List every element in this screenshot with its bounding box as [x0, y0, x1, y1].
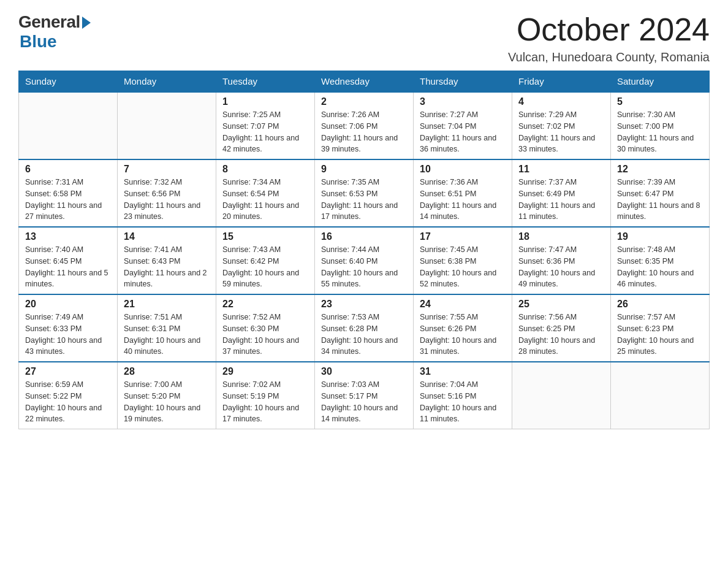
day-info: Sunrise: 7:48 AM Sunset: 6:35 PM Dayligh…	[617, 244, 703, 290]
calendar-cell: 10Sunrise: 7:36 AM Sunset: 6:51 PM Dayli…	[414, 159, 512, 227]
calendar-cell: 21Sunrise: 7:51 AM Sunset: 6:31 PM Dayli…	[118, 294, 216, 362]
logo-arrow-icon	[82, 17, 91, 29]
day-number: 28	[124, 366, 210, 377]
calendar-header-sunday: Sunday	[19, 71, 118, 93]
day-number: 22	[222, 299, 308, 310]
day-number: 15	[222, 231, 308, 242]
calendar-cell: 13Sunrise: 7:40 AM Sunset: 6:45 PM Dayli…	[19, 227, 118, 294]
day-info: Sunrise: 7:02 AM Sunset: 5:19 PM Dayligh…	[222, 379, 308, 425]
day-info: Sunrise: 7:52 AM Sunset: 6:30 PM Dayligh…	[222, 312, 308, 358]
day-number: 30	[321, 366, 407, 377]
calendar-table: SundayMondayTuesdayWednesdayThursdayFrid…	[18, 71, 710, 429]
day-number: 2	[321, 96, 407, 107]
day-info: Sunrise: 6:59 AM Sunset: 5:22 PM Dayligh…	[25, 379, 111, 425]
day-number: 14	[124, 231, 210, 242]
day-info: Sunrise: 7:53 AM Sunset: 6:28 PM Dayligh…	[321, 312, 407, 358]
calendar-header-wednesday: Wednesday	[315, 71, 414, 93]
day-number: 4	[518, 96, 604, 107]
day-number: 25	[518, 299, 604, 310]
day-number: 26	[617, 299, 703, 310]
day-info: Sunrise: 7:39 AM Sunset: 6:47 PM Dayligh…	[617, 177, 703, 223]
day-number: 1	[222, 96, 308, 107]
calendar-header-thursday: Thursday	[414, 71, 512, 93]
day-info: Sunrise: 7:57 AM Sunset: 6:23 PM Dayligh…	[617, 312, 703, 358]
page-header: General Blue October 2024 Vulcan, Hunedo…	[18, 12, 710, 64]
calendar-cell: 28Sunrise: 7:00 AM Sunset: 5:20 PM Dayli…	[118, 362, 216, 429]
calendar-cell: 29Sunrise: 7:02 AM Sunset: 5:19 PM Dayli…	[216, 362, 315, 429]
month-title: October 2024	[508, 12, 710, 47]
day-info: Sunrise: 7:44 AM Sunset: 6:40 PM Dayligh…	[321, 244, 407, 290]
day-info: Sunrise: 7:55 AM Sunset: 6:26 PM Dayligh…	[420, 312, 506, 358]
day-number: 27	[25, 366, 111, 377]
location-text: Vulcan, Hunedoara County, Romania	[508, 50, 710, 64]
day-info: Sunrise: 7:51 AM Sunset: 6:31 PM Dayligh…	[124, 312, 210, 358]
day-number: 6	[25, 164, 111, 175]
calendar-week-5: 27Sunrise: 6:59 AM Sunset: 5:22 PM Dayli…	[19, 362, 710, 429]
day-info: Sunrise: 7:56 AM Sunset: 6:25 PM Dayligh…	[518, 312, 604, 358]
logo-blue-text: Blue	[20, 32, 57, 52]
calendar-cell	[611, 362, 710, 429]
calendar-cell: 19Sunrise: 7:48 AM Sunset: 6:35 PM Dayli…	[611, 227, 710, 294]
calendar-cell: 9Sunrise: 7:35 AM Sunset: 6:53 PM Daylig…	[315, 159, 414, 227]
day-number: 29	[222, 366, 308, 377]
day-number: 21	[124, 299, 210, 310]
calendar-cell: 8Sunrise: 7:34 AM Sunset: 6:54 PM Daylig…	[216, 159, 315, 227]
calendar-cell: 2Sunrise: 7:26 AM Sunset: 7:06 PM Daylig…	[315, 92, 414, 159]
day-info: Sunrise: 7:47 AM Sunset: 6:36 PM Dayligh…	[518, 244, 604, 290]
calendar-cell: 30Sunrise: 7:03 AM Sunset: 5:17 PM Dayli…	[315, 362, 414, 429]
day-info: Sunrise: 7:04 AM Sunset: 5:16 PM Dayligh…	[420, 379, 506, 425]
day-number: 9	[321, 164, 407, 175]
calendar-cell: 1Sunrise: 7:25 AM Sunset: 7:07 PM Daylig…	[216, 92, 315, 159]
calendar-header-monday: Monday	[118, 71, 216, 93]
day-info: Sunrise: 7:00 AM Sunset: 5:20 PM Dayligh…	[124, 379, 210, 425]
calendar-cell: 7Sunrise: 7:32 AM Sunset: 6:56 PM Daylig…	[118, 159, 216, 227]
calendar-week-4: 20Sunrise: 7:49 AM Sunset: 6:33 PM Dayli…	[19, 294, 710, 362]
day-info: Sunrise: 7:29 AM Sunset: 7:02 PM Dayligh…	[518, 109, 604, 155]
day-info: Sunrise: 7:40 AM Sunset: 6:45 PM Dayligh…	[25, 244, 111, 290]
day-number: 20	[25, 299, 111, 310]
day-info: Sunrise: 7:26 AM Sunset: 7:06 PM Dayligh…	[321, 109, 407, 155]
calendar-cell: 31Sunrise: 7:04 AM Sunset: 5:16 PM Dayli…	[414, 362, 512, 429]
calendar-cell: 11Sunrise: 7:37 AM Sunset: 6:49 PM Dayli…	[512, 159, 611, 227]
day-number: 13	[25, 231, 111, 242]
day-info: Sunrise: 7:43 AM Sunset: 6:42 PM Dayligh…	[222, 244, 308, 290]
calendar-cell: 15Sunrise: 7:43 AM Sunset: 6:42 PM Dayli…	[216, 227, 315, 294]
logo: General Blue	[18, 12, 91, 52]
day-number: 16	[321, 231, 407, 242]
calendar-cell: 18Sunrise: 7:47 AM Sunset: 6:36 PM Dayli…	[512, 227, 611, 294]
day-number: 8	[222, 164, 308, 175]
day-info: Sunrise: 7:27 AM Sunset: 7:04 PM Dayligh…	[420, 109, 506, 155]
day-number: 11	[518, 164, 604, 175]
day-number: 5	[617, 96, 703, 107]
calendar-cell: 14Sunrise: 7:41 AM Sunset: 6:43 PM Dayli…	[118, 227, 216, 294]
day-info: Sunrise: 7:35 AM Sunset: 6:53 PM Dayligh…	[321, 177, 407, 223]
title-section: October 2024 Vulcan, Hunedoara County, R…	[508, 12, 710, 64]
calendar-week-2: 6Sunrise: 7:31 AM Sunset: 6:58 PM Daylig…	[19, 159, 710, 227]
day-number: 10	[420, 164, 506, 175]
day-number: 19	[617, 231, 703, 242]
day-info: Sunrise: 7:31 AM Sunset: 6:58 PM Dayligh…	[25, 177, 111, 223]
calendar-cell	[512, 362, 611, 429]
day-info: Sunrise: 7:30 AM Sunset: 7:00 PM Dayligh…	[617, 109, 703, 155]
day-number: 17	[420, 231, 506, 242]
day-info: Sunrise: 7:36 AM Sunset: 6:51 PM Dayligh…	[420, 177, 506, 223]
day-info: Sunrise: 7:37 AM Sunset: 6:49 PM Dayligh…	[518, 177, 604, 223]
calendar-cell: 23Sunrise: 7:53 AM Sunset: 6:28 PM Dayli…	[315, 294, 414, 362]
calendar-cell: 25Sunrise: 7:56 AM Sunset: 6:25 PM Dayli…	[512, 294, 611, 362]
calendar-cell: 16Sunrise: 7:44 AM Sunset: 6:40 PM Dayli…	[315, 227, 414, 294]
day-number: 18	[518, 231, 604, 242]
day-info: Sunrise: 7:03 AM Sunset: 5:17 PM Dayligh…	[321, 379, 407, 425]
calendar-cell: 17Sunrise: 7:45 AM Sunset: 6:38 PM Dayli…	[414, 227, 512, 294]
calendar-cell	[118, 92, 216, 159]
calendar-cell: 6Sunrise: 7:31 AM Sunset: 6:58 PM Daylig…	[19, 159, 118, 227]
calendar-header-tuesday: Tuesday	[216, 71, 315, 93]
day-number: 31	[420, 366, 506, 377]
day-number: 24	[420, 299, 506, 310]
calendar-cell: 22Sunrise: 7:52 AM Sunset: 6:30 PM Dayli…	[216, 294, 315, 362]
calendar-cell: 20Sunrise: 7:49 AM Sunset: 6:33 PM Dayli…	[19, 294, 118, 362]
calendar-cell: 3Sunrise: 7:27 AM Sunset: 7:04 PM Daylig…	[414, 92, 512, 159]
calendar-cell: 27Sunrise: 6:59 AM Sunset: 5:22 PM Dayli…	[19, 362, 118, 429]
day-number: 12	[617, 164, 703, 175]
day-number: 3	[420, 96, 506, 107]
day-info: Sunrise: 7:32 AM Sunset: 6:56 PM Dayligh…	[124, 177, 210, 223]
